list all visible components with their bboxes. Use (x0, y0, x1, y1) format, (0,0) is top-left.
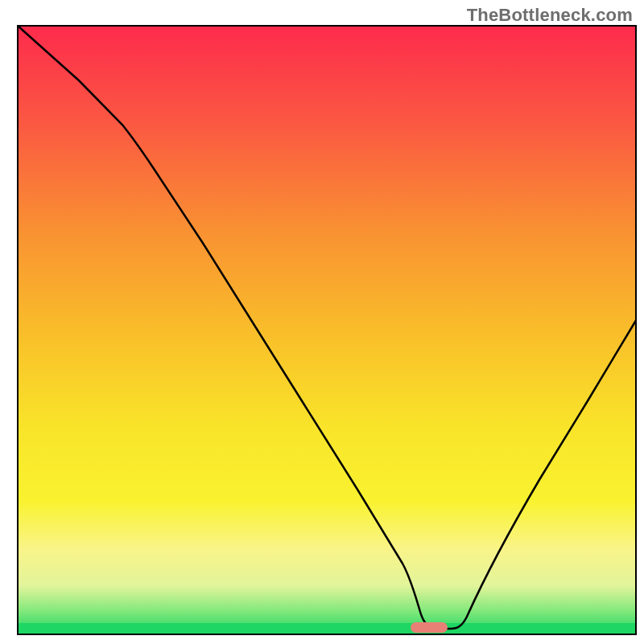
watermark-text: TheBottleneck.com (467, 5, 633, 26)
gradient-background (18, 26, 636, 634)
optimal-range-marker (411, 622, 448, 633)
bottleneck-chart: TheBottleneck.com (0, 0, 644, 644)
chart-svg (0, 0, 644, 644)
green-baseline-band (18, 623, 636, 634)
plot-area (18, 26, 636, 634)
